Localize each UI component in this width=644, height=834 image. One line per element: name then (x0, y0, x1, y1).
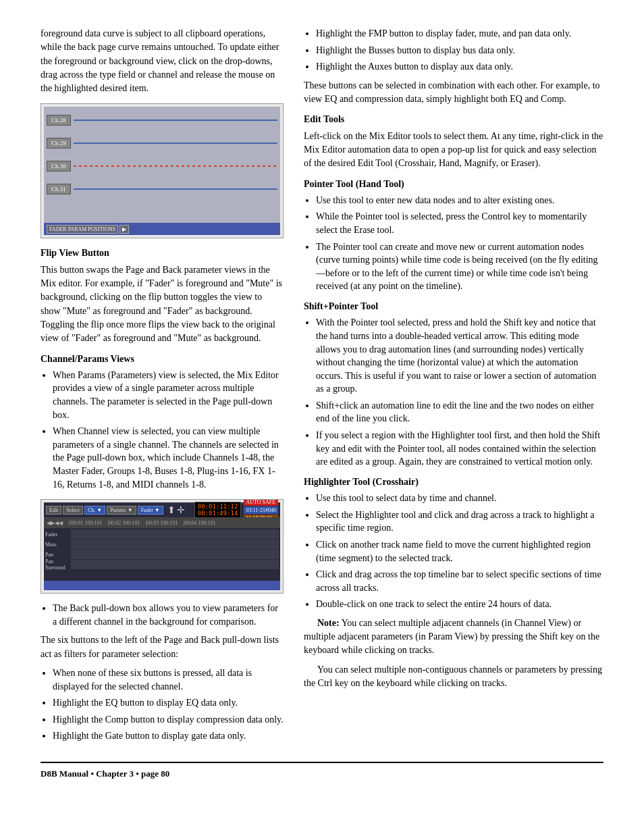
mix-editor-display: Edit Select Ch. ▼ Params ▼ Fader ▼ ⬆ ✛ 0… (44, 502, 280, 590)
me-timecode: 00:01:11:1200:01:49:14 (194, 502, 242, 518)
me-crosshair-icon: ✛ (177, 504, 185, 516)
highlighter-bullet-2: Click on another track name field to mov… (316, 538, 603, 565)
pointer-bullet-0: Use this tool to enter new data nodes an… (316, 194, 603, 207)
me-timecode-status: 03:11-21#046 (244, 506, 278, 514)
six-buttons-para: The six buttons to the left of the Page … (41, 633, 284, 661)
me-bottom-status-bar (44, 581, 280, 590)
top-bullet-0: Highlight the FMP button to display fade… (316, 27, 603, 41)
ch-line-31 (74, 188, 277, 190)
ch-label-31: Ch.31 (47, 184, 71, 194)
right-column: Highlight the FMP button to display fade… (304, 27, 603, 748)
note-para: Note: You can select multiple adjacent c… (304, 617, 603, 658)
ch-label-30: Ch.30 (47, 161, 71, 172)
shift-pointer-heading: Shift+Pointer Tool (304, 300, 603, 313)
image-bottom-bar: FADER PARAM POSITIONS ▶ (44, 223, 280, 235)
channel-bullet-2: When Channel view is selected, you can v… (53, 425, 284, 491)
edit-tools-heading: Edit Tools (304, 113, 603, 126)
pointer-bullet-2: The Pointer tool can create and move new… (316, 240, 603, 293)
highlighter-bullet-1: Select the Highlighter tool and click an… (316, 509, 603, 535)
left-column: foreground data curve is subject to all … (41, 27, 284, 748)
highlighter-bullet-0: Use this tool to select data by time and… (316, 492, 603, 505)
top-bullet-1: Highlight the Busses button to display b… (316, 44, 603, 57)
shift-bullet-2: If you select a region with the Highligh… (316, 429, 603, 469)
shift-pointer-list: With the Pointer tool selected, press an… (316, 316, 603, 469)
channel-params-list: When Params (Parameters) view is selecte… (53, 369, 284, 491)
ch-line-29 (74, 142, 277, 144)
mix-editor-image: Edit Select Ch. ▼ Params ▼ Fader ▼ ⬆ ✛ 0… (41, 499, 284, 594)
page-container: foreground data curve is subject to all … (41, 27, 603, 748)
channel-bullet-1: When Params (Parameters) view is selecte… (53, 369, 284, 421)
six-bullet-0: When none of these six buttons is presse… (53, 667, 284, 693)
highlighter-bullet-4: Double-click on one track to select the … (316, 598, 603, 611)
ch-line-28 (74, 120, 277, 121)
flip-view-heading: Flip View Button (41, 246, 284, 260)
six-bullet-3: Highlight the Gate button to display gat… (53, 729, 284, 743)
me-track-fader: Fader (45, 529, 279, 539)
shift-bullet-0: With the Pointer tool selected, press an… (316, 316, 603, 396)
pointer-tool-heading: Pointer Tool (Hand Tool) (304, 178, 603, 191)
me-page-btn: Ch. ▼ (84, 506, 105, 515)
highlighter-list: Use this tool to select data by time and… (316, 492, 603, 611)
six-bullets-list: When none of these six buttons is presse… (53, 667, 284, 743)
highlighter-heading: Highlighter Tool (Crosshair) (304, 475, 603, 489)
page-footer: D8B Manual • Chapter 3 • page 80 (41, 762, 603, 779)
me-track-pan-surround: Pan Surround (45, 560, 279, 569)
pointer-bullet-1: While the Pointer tool is selected, pres… (316, 210, 603, 236)
select-para: You can select multiple non-contiguous c… (304, 663, 603, 691)
me-toolbar: Edit Select Ch. ▼ Params ▼ Fader ▼ ⬆ ✛ 0… (44, 502, 280, 517)
ch-row-29: Ch.29 (47, 132, 277, 154)
me-track-mute-label: Mute (45, 542, 70, 548)
channel-params-heading: Channel/Params Views (41, 353, 284, 366)
channels-area: Ch.28 Ch.29 Ch.30 Ch.31 (44, 107, 280, 223)
ch-row-30: Ch.30 (47, 155, 277, 177)
bottom-bar-btn1: FADER PARAM POSITIONS (47, 225, 118, 234)
footer-text: D8B Manual • Chapter 3 • page 80 (41, 768, 169, 779)
edit-tools-para: Left-click on the Mix Editor tools to se… (304, 130, 603, 171)
mix-editor-channels-display: Ch.28 Ch.29 Ch.30 Ch.31 (44, 107, 280, 235)
me-cursor-icon: ⬆ (167, 504, 176, 516)
top-bullets-list: Highlight the FMP button to display fade… (316, 27, 603, 74)
six-bullet-2: Highlight the Comp button to display com… (53, 713, 284, 727)
back-para-list: The Back pull-down box allows you to vie… (53, 602, 284, 628)
bottom-bar-icon: ▶ (119, 225, 129, 234)
me-track-fader-label: Fader (45, 531, 70, 538)
note-label-span: Note: You can select multiple adjacent c… (304, 618, 599, 656)
me-content-area: ◀▶◀◀ 100:01 100:101 |00:02 100:101 |00:0… (44, 517, 280, 581)
ch-label-28: Ch.28 (47, 115, 71, 126)
intro-para: foreground data curve is subject to all … (41, 27, 284, 95)
ch-line-30-dotted (74, 165, 277, 167)
me-track-mute-area (71, 540, 279, 549)
ch-row-28: Ch.28 (47, 109, 277, 131)
me-track-pan: Pan (45, 550, 279, 559)
flip-view-para: This button swaps the Page and Back para… (41, 263, 284, 346)
pointer-tool-list: Use this tool to enter new data nodes an… (316, 194, 603, 293)
me-track-fader-area (71, 529, 279, 539)
me-tracks-area: Fader Mute Pan Pan Surround (44, 528, 280, 581)
me-track-pan-label: Pan (45, 552, 70, 558)
back-para-item: The Back pull-down box allows you to vie… (53, 602, 284, 628)
me-view-btn: Fader ▼ (138, 506, 163, 515)
me-select-btn: Select (63, 506, 83, 515)
me-track-pan-surround-label: Pan Surround (45, 558, 70, 571)
channel-curves-image: Ch.28 Ch.29 Ch.30 Ch.31 (41, 103, 284, 238)
me-edit-btn: Edit (46, 506, 61, 515)
me-back-btn: Params ▼ (107, 506, 136, 515)
me-auto-status: AUTO SAFE (244, 499, 278, 506)
six-bullet-1: Highlight the EQ button to display EQ da… (53, 696, 284, 710)
me-track-pan-area (71, 550, 279, 559)
me-track-mute: Mute (45, 540, 279, 549)
shift-bullet-1: Shift+click an automation line to edit t… (316, 399, 603, 425)
select-para-span: You can select multiple non-contiguous c… (304, 664, 602, 688)
top-bullet-2: Highlight the Auxes button to display au… (316, 60, 603, 74)
me-track-pan-surround-area (71, 560, 279, 569)
ch-row-31: Ch.31 (47, 178, 277, 200)
highlighter-bullet-3: Click and drag across the top timeline b… (316, 568, 603, 594)
ch-label-29: Ch.29 (47, 138, 71, 149)
me-timeline-bar: ◀▶◀◀ 100:01 100:101 |00:02 100:101 |00:0… (44, 517, 280, 528)
combo-para: These buttons can be selected in combina… (304, 79, 603, 107)
